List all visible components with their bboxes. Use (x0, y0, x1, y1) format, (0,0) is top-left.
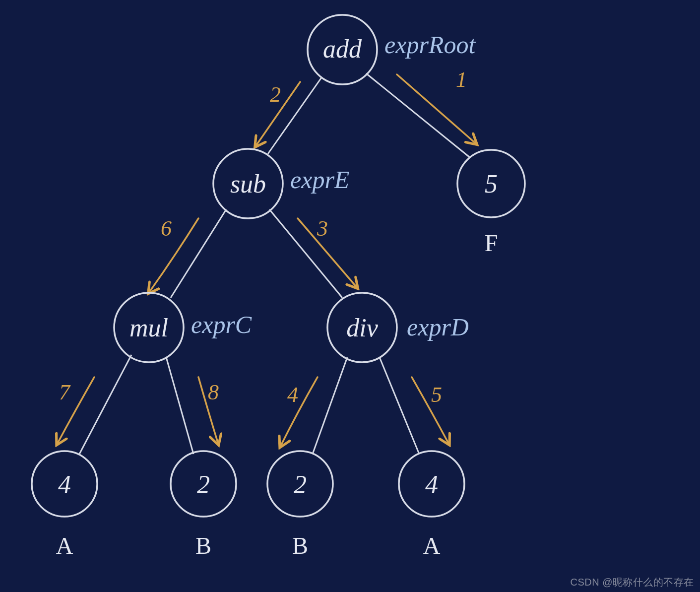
node-b1: 2 B (171, 451, 236, 559)
node-a2: 4 A (399, 451, 464, 559)
node-f-value: 5 (485, 170, 498, 198)
edge-num-2: 2 (270, 82, 281, 107)
edge-num-8: 8 (208, 380, 219, 404)
order-arrow-6 (149, 218, 198, 293)
node-e-value: sub (230, 170, 266, 198)
node-a2-value: 4 (425, 470, 438, 499)
node-b2: 2 B (267, 451, 333, 559)
edge-d-b2 (313, 357, 347, 454)
order-arrow-5 (412, 377, 449, 444)
node-root: add exprRoot (308, 15, 476, 84)
node-f-label: F (485, 230, 498, 256)
edge-d-a2 (380, 357, 419, 454)
watermark-text: CSDN @昵称什么的不存在 (570, 576, 694, 589)
expression-tree-diagram: add exprRoot 5 F sub exprE mul exprC div… (0, 0, 700, 592)
node-a2-label: A (423, 532, 441, 559)
edge-c-a1 (79, 355, 131, 454)
node-a1-label: A (56, 532, 73, 559)
node-b1-label: B (195, 532, 211, 559)
node-c-label: exprC (191, 311, 252, 338)
node-c: mul exprC (114, 293, 252, 362)
node-e: sub exprE (213, 149, 349, 218)
node-d: div exprD (327, 293, 469, 362)
node-root-label: exprRoot (384, 31, 476, 59)
node-d-label: exprD (407, 313, 469, 341)
edge-num-1: 1 (456, 67, 467, 92)
edge-num-3: 3 (317, 216, 328, 241)
node-b1-value: 2 (197, 470, 210, 499)
node-e-label: exprE (290, 166, 349, 194)
node-b2-value: 2 (294, 470, 307, 499)
edge-num-6: 6 (161, 216, 172, 241)
edge-e-d (269, 209, 342, 298)
node-b2-label: B (292, 532, 308, 559)
node-a1-value: 4 (58, 470, 71, 499)
edge-num-4: 4 (287, 383, 298, 407)
order-arrow-4 (280, 377, 318, 447)
edge-num-7: 7 (59, 380, 71, 404)
edge-num-5: 5 (431, 383, 442, 407)
edge-c-b1 (166, 357, 193, 454)
node-d-value: div (346, 314, 378, 342)
edge-root-f (366, 73, 470, 158)
node-f: 5 F (457, 150, 525, 256)
node-a1: 4 A (32, 451, 97, 559)
node-c-value: mul (129, 314, 168, 342)
node-root-value: add (323, 35, 362, 63)
edge-e-c (171, 209, 226, 298)
